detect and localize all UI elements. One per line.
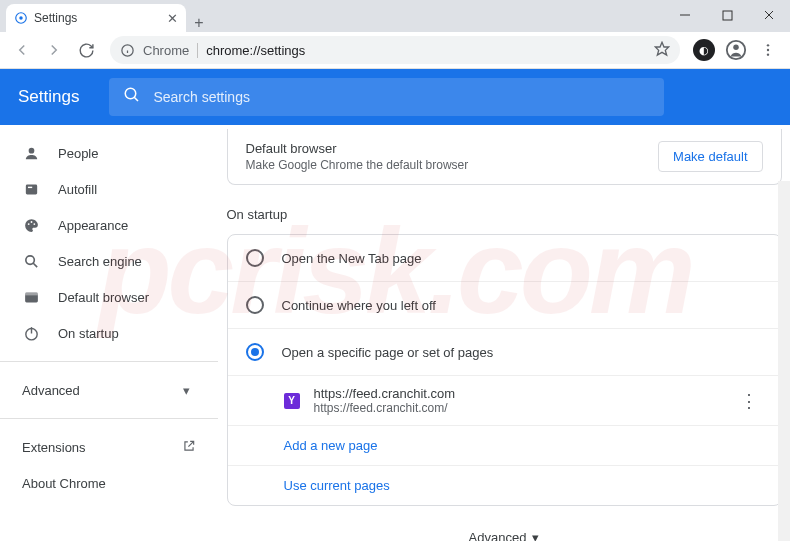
radio-checked-icon[interactable] (246, 343, 264, 361)
external-link-icon (182, 439, 196, 456)
sidebar-label: Search engine (58, 254, 142, 269)
sidebar-item-people[interactable]: People (0, 135, 218, 171)
default-browser-title: Default browser (246, 141, 659, 156)
svg-rect-18 (25, 184, 36, 194)
sidebar-label: Appearance (58, 218, 128, 233)
tab-favicon-settings-icon (14, 11, 28, 25)
svg-point-23 (25, 255, 33, 264)
startup-option-label: Open a specific page or set of pages (282, 345, 494, 360)
page-more-menu-icon[interactable]: ⋮ (734, 390, 763, 412)
window-close-button[interactable] (748, 1, 790, 29)
startup-page-title: https://feed.cranchit.com (314, 386, 456, 401)
address-url: chrome://settings (206, 43, 305, 58)
on-startup-heading: On startup (227, 207, 782, 222)
svg-point-12 (767, 44, 769, 46)
svg-point-15 (126, 88, 137, 99)
startup-page-entry: Y https://feed.cranchit.com https://feed… (228, 375, 781, 425)
extension-icon[interactable]: ◐ (690, 36, 718, 64)
sidebar-label: People (58, 146, 98, 161)
sidebar-about-link[interactable]: About Chrome (0, 465, 218, 501)
settings-header: Settings (0, 69, 790, 125)
bookmark-star-icon[interactable] (654, 41, 670, 60)
autofill-icon (22, 181, 40, 198)
settings-search-input[interactable] (153, 89, 650, 105)
sidebar-advanced-label: Advanced (22, 383, 80, 398)
on-startup-card: Open the New Tab page Continue where you… (227, 234, 782, 506)
svg-line-24 (33, 263, 37, 267)
palette-icon (22, 217, 40, 234)
settings-title: Settings (18, 87, 79, 107)
forward-button[interactable] (40, 36, 68, 64)
person-icon (22, 145, 40, 162)
sidebar-label: On startup (58, 326, 119, 341)
sidebar-item-appearance[interactable]: Appearance (0, 207, 218, 243)
search-icon (123, 86, 141, 108)
sidebar-item-search-engine[interactable]: Search engine (0, 243, 218, 279)
advanced-bottom-toggle[interactable]: Advanced ▾ (227, 530, 782, 541)
sidebar-label: Default browser (58, 290, 149, 305)
startup-option-new-tab[interactable]: Open the New Tab page (228, 235, 781, 281)
svg-line-16 (135, 97, 139, 101)
svg-point-1 (19, 16, 23, 20)
startup-option-continue[interactable]: Continue where you left off (228, 281, 781, 328)
settings-search[interactable] (109, 78, 664, 116)
svg-rect-19 (27, 186, 31, 187)
sidebar-item-autofill[interactable]: Autofill (0, 171, 218, 207)
tab-title: Settings (34, 11, 77, 25)
svg-rect-3 (723, 11, 732, 20)
address-bar[interactable]: Chrome chrome://settings (110, 36, 680, 64)
default-browser-sub: Make Google Chrome the default browser (246, 158, 659, 172)
profile-avatar-icon[interactable] (722, 36, 750, 64)
add-new-page-link[interactable]: Add a new page (228, 425, 781, 465)
sidebar-extensions-link[interactable]: Extensions (0, 429, 218, 465)
chevron-down-icon: ▾ (532, 530, 539, 541)
make-default-button[interactable]: Make default (658, 141, 762, 172)
browser-menu-icon[interactable] (754, 36, 782, 64)
sidebar-item-on-startup[interactable]: On startup (0, 315, 218, 351)
svg-rect-26 (25, 292, 38, 295)
address-chip: Chrome (143, 43, 198, 58)
tab-close-icon[interactable]: ✕ (167, 11, 178, 26)
sidebar-about-label: About Chrome (22, 476, 106, 491)
radio-unchecked-icon[interactable] (246, 296, 264, 314)
window-titlebar: Settings ✕ + (0, 0, 790, 32)
scrollbar-track[interactable] (778, 181, 790, 541)
sidebar-advanced-toggle[interactable]: Advanced ▾ (0, 372, 218, 408)
default-browser-card: Default browser Make Google Chrome the d… (227, 129, 782, 185)
settings-main: Default browser Make Google Chrome the d… (218, 125, 790, 541)
svg-point-14 (767, 53, 769, 55)
browser-tab[interactable]: Settings ✕ (6, 4, 186, 32)
sidebar-extensions-label: Extensions (22, 440, 86, 455)
site-info-icon[interactable] (120, 43, 135, 58)
startup-option-label: Continue where you left off (282, 298, 436, 313)
back-button[interactable] (8, 36, 36, 64)
window-maximize-button[interactable] (706, 1, 748, 29)
startup-option-label: Open the New Tab page (282, 251, 422, 266)
chevron-down-icon: ▾ (183, 383, 190, 398)
browser-toolbar: Chrome chrome://settings ◐ (0, 32, 790, 69)
advanced-bottom-label: Advanced (469, 530, 527, 541)
page-favicon-icon: Y (284, 393, 300, 409)
svg-point-13 (767, 49, 769, 51)
window-minimize-button[interactable] (664, 1, 706, 29)
svg-point-22 (33, 223, 35, 225)
startup-page-url: https://feed.cranchit.com/ (314, 401, 456, 415)
sidebar-item-default-browser[interactable]: Default browser (0, 279, 218, 315)
svg-point-17 (28, 147, 34, 153)
new-tab-button[interactable]: + (186, 14, 212, 32)
reload-button[interactable] (72, 36, 100, 64)
svg-point-20 (27, 223, 29, 225)
svg-point-21 (30, 221, 32, 223)
startup-option-specific-pages[interactable]: Open a specific page or set of pages (228, 328, 781, 375)
use-current-pages-link[interactable]: Use current pages (228, 465, 781, 505)
browser-icon (22, 289, 40, 306)
power-icon (22, 325, 40, 342)
sidebar-label: Autofill (58, 182, 97, 197)
search-icon (22, 253, 40, 270)
svg-point-11 (733, 45, 739, 51)
svg-marker-9 (655, 42, 668, 55)
settings-sidebar: People Autofill Appearance Search engine… (0, 125, 218, 541)
radio-unchecked-icon[interactable] (246, 249, 264, 267)
